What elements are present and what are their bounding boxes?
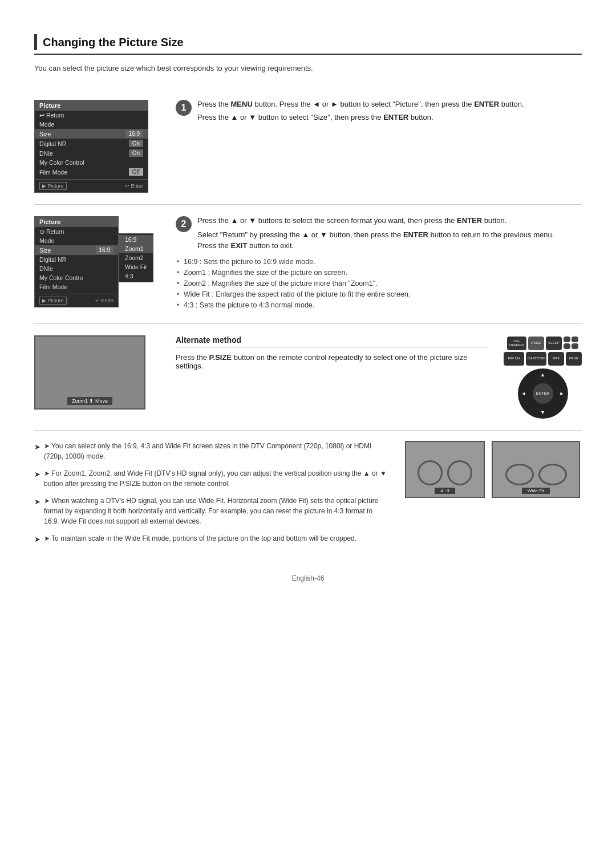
tv-menu-1-mode: Mode [35, 120, 148, 129]
notes-right: 4 : 3 Wide Fit [405, 441, 582, 552]
remote-nav-down: ▼ [540, 410, 545, 415]
tv-menu-1-mycolor: My Color Control [35, 158, 148, 167]
title-accent [34, 34, 37, 50]
remote-icon-2 [572, 337, 578, 342]
tv-menu-1-dnie: DNIeOn [35, 148, 148, 158]
tv-menu-2-return: ⊙ Return [35, 227, 118, 236]
page-footer: English-46 [34, 574, 582, 582]
step-1-row: Picture ↩ Return Mode Size16:9 Digital N… [34, 88, 582, 205]
tv-menu-1-dnr: Digital NROn [35, 139, 148, 148]
tv-menu-2-mycolor: My Color Contro [35, 273, 118, 282]
note-1-text: ➤ You can select only the 16:9, 4:3 and … [44, 441, 389, 461]
note-1: ➤ ➤ You can select only the 16:9, 4:3 an… [34, 441, 389, 461]
remote-btn-sleep: SLEEP [546, 337, 562, 350]
remote-nav-ring: ▲ ▼ ◄ ► ENTER [518, 368, 568, 419]
remote-control: ON-DEMAND P.SIZE SLEEP [504, 335, 582, 419]
note-3-text: ➤ When watching a DTV's HD signal, you c… [44, 496, 389, 526]
tv-menu-1-footer: ▶ Picture ↩ Enter [35, 179, 148, 192]
tv-menu-2-mode: Mode [35, 236, 118, 245]
bullet-2: Zoom1 : Magnifies the size of the pictur… [176, 269, 582, 277]
remote-icons [564, 337, 578, 350]
tv-menu-2-dnie: DNIe [35, 264, 118, 273]
tv-menu-1: Picture ↩ Return Mode Size16:9 Digital N… [34, 100, 148, 193]
tv-screen-widefit-label: Wide Fit [522, 488, 550, 494]
section-description: You can select the picture size which be… [34, 64, 582, 72]
remote-nav-up: ▲ [540, 372, 545, 378]
tv-menu-2-footer: ▶ Picture ↩ Enter [35, 294, 118, 307]
remote-icon-3 [564, 343, 570, 349]
alternate-section: Zoom1 ⬆ Move Alternate method Press the … [34, 324, 582, 431]
tv-screen-43: 4 : 3 [405, 441, 485, 498]
step-1-line1: Press the MENU button. Press the ◄ or ► … [197, 100, 524, 108]
notes-section: ➤ ➤ You can select only the 16:9, 4:3 an… [34, 431, 582, 552]
tv-menu-1-footer-enter: ↩ Enter [125, 183, 143, 189]
remote-btn-cartoon: CARTOON [526, 352, 546, 366]
tv-submenu-zoom1: Zoom1 [119, 244, 153, 253]
step-1-number: 1 [176, 100, 192, 116]
alternate-title: Alternate method [176, 335, 241, 345]
step-2-line1: Press the ▲ or ▼ buttons to select the s… [197, 216, 554, 225]
remote-btn-favch: FAV.CH [504, 352, 524, 366]
tv-screen-43-label: 4 : 3 [435, 488, 455, 494]
tv-menu-2-footer-icon: ▶ Picture [39, 297, 67, 305]
tv-menu-1-filmmode: Film ModeOff [35, 167, 148, 177]
tv-screen-widefit-inner [493, 464, 579, 485]
tv-circle-43-1 [418, 460, 443, 485]
tv-screen-widefit-container: Wide Fit [492, 441, 580, 498]
tv-thumb-label: Zoom1 ⬆ Move [67, 397, 112, 405]
remote-icon-1 [564, 337, 570, 342]
step-2-line2: Select "Return" by pressing the ▲ or ▼ b… [197, 230, 554, 239]
tv-menu-1-size: Size16:9 [35, 129, 148, 139]
tv-menu-2-title: Picture [35, 217, 118, 227]
note-3: ➤ ➤ When watching a DTV's HD signal, you… [34, 496, 389, 526]
note-2: ➤ ➤ For Zoom1, Zoom2, and Wide Fit (DTV'… [34, 468, 389, 489]
step-1-content: Press the MENU button. Press the ◄ or ► … [197, 100, 524, 121]
step-1-text: 1 Press the MENU button. Press the ◄ or … [176, 100, 582, 121]
remote-row-top: ON-DEMAND P.SIZE SLEEP [504, 337, 582, 350]
step-2-number: 2 [176, 216, 192, 232]
tv-menu-2-size: Size16:9 [35, 245, 118, 255]
remote-btn-mtx: MTX [548, 352, 564, 366]
tv-submenu-43: 4:3 [119, 271, 153, 281]
alternate-right: Alternate method Press the P.SIZE button… [176, 335, 488, 370]
alternate-left: Zoom1 ⬆ Move [34, 335, 160, 410]
notes-left: ➤ ➤ You can select only the 16:9, 4:3 an… [34, 441, 389, 552]
section-title-bar: Changing the Picture Size [34, 34, 582, 55]
tv-menu-1-return: ↩ Return [35, 111, 148, 120]
step-2-text: 2 Press the ▲ or ▼ buttons to select the… [176, 216, 582, 312]
tv-menu-2-footer-enter: ↩ Enter [95, 298, 114, 303]
bullet-3: Zoom2 : Magnifies the size of the pictur… [176, 279, 582, 287]
tv-submenu-zoom2: Zoom2 [119, 253, 153, 262]
remote-nav: ▲ ▼ ◄ ► ENTER [504, 368, 582, 419]
footer-text: English-46 [292, 574, 325, 582]
step-2-menu: Picture ⊙ Return Mode Size16:9 Digital N… [34, 216, 160, 307]
bullet-5: 4:3 : Sets the picture to 4:3 normal mod… [176, 301, 582, 309]
tv-menu-2-filmmode: Film Mode [35, 282, 118, 291]
remote-row-2: FAV.CH CARTOON MTX PAGE [504, 352, 582, 366]
bullet-1: 16:9 : Sets the picture to 16:9 wide mod… [176, 258, 582, 266]
tv-circle-wf-2 [538, 464, 567, 485]
tv-circle-43-2 [447, 460, 472, 485]
tv-menu-1-footer-icon: ▶ Picture [39, 182, 67, 190]
tv-thumb: Zoom1 ⬆ Move [34, 335, 145, 410]
tv-menu-1-title: Picture [35, 100, 148, 111]
tv-menu-2-container: Picture ⊙ Return Mode Size16:9 Digital N… [34, 216, 160, 307]
note-4-text: ➤ To maintain scale in the Wide Fit mode… [44, 533, 356, 544]
step-2-line3: Press the EXIT button to exit. [197, 241, 554, 250]
note-4-arrow: ➤ [34, 534, 40, 545]
step-1-line2: Press the ▲ or ▼ button to select "Size"… [197, 113, 524, 121]
tv-circle-wf-1 [505, 464, 534, 485]
page-title: Changing the Picture Size [43, 36, 184, 49]
tv-submenu: 16:9 Zoom1 Zoom2 Wide Fit 4:3 [119, 233, 153, 282]
tv-menu-2: Picture ⊙ Return Mode Size16:9 Digital N… [34, 216, 119, 307]
note-1-arrow: ➤ [34, 441, 40, 453]
note-2-arrow: ➤ [34, 469, 40, 480]
steps-area: Picture ↩ Return Mode Size16:9 Digital N… [34, 88, 582, 324]
tv-submenu-169: 16:9 [119, 235, 153, 244]
note-4: ➤ ➤ To maintain scale in the Wide Fit mo… [34, 533, 389, 545]
remote-nav-left: ◄ [521, 391, 526, 396]
bullet-list: 16:9 : Sets the picture to 16:9 wide mod… [176, 258, 582, 309]
bullet-4: Wide Fit : Enlarges the aspect ratio of … [176, 290, 582, 298]
alternate-text: Press the P.SIZE button on the remote co… [176, 353, 488, 370]
tv-menu-2-dnr: Digital NR [35, 255, 118, 264]
